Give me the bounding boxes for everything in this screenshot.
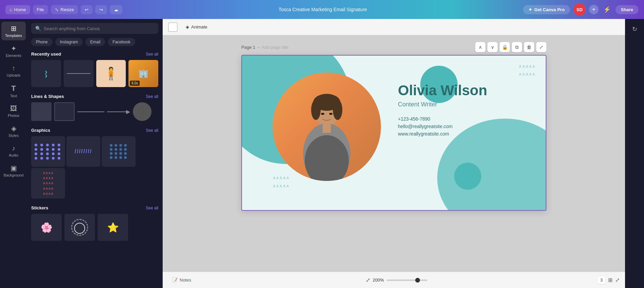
shape-circle[interactable] bbox=[133, 102, 152, 121]
purple-dots-pattern bbox=[32, 141, 64, 162]
styles-icon: ◈ bbox=[11, 124, 16, 132]
design-email[interactable]: hello@reallygreatsite.com bbox=[398, 124, 487, 129]
recently-used-see-all[interactable]: See all bbox=[146, 52, 158, 57]
design-card[interactable]: ↺ ∧∧∧∧∧∧∧∧∧∧ ∧∧∧∧∧∧∧∧∧∧ bbox=[241, 55, 546, 211]
graphic-red-chevrons[interactable]: ∧∧∧∧∧∧∧∧∧∧∧∧∧∧∧∧∧∧∧∧ bbox=[31, 168, 65, 199]
uploads-icon: ↑ bbox=[12, 64, 15, 72]
filter-instagram-label: Instagram bbox=[60, 40, 78, 44]
recent-item-line[interactable] bbox=[64, 60, 94, 87]
sidebar-item-uploads[interactable]: ↑ Uploads bbox=[1, 62, 26, 80]
recent-item-person[interactable]: 🧍 bbox=[96, 60, 126, 87]
logo-graphic: › › bbox=[45, 68, 47, 79]
shapes-grid: ▶ bbox=[31, 102, 158, 121]
zoom-slider[interactable] bbox=[387, 280, 427, 281]
page-expand-button[interactable]: ⤢ bbox=[536, 42, 546, 52]
sidebar-item-styles[interactable]: ◈ Styles bbox=[1, 122, 26, 140]
filter-phone-label: Phone bbox=[36, 40, 48, 44]
stickers-see-all[interactable]: See all bbox=[146, 206, 158, 210]
sticker-flower[interactable]: 🌸 bbox=[31, 214, 62, 241]
line-element bbox=[67, 73, 90, 74]
shape-line[interactable] bbox=[77, 111, 104, 112]
animate-button[interactable]: ◈ Animate bbox=[183, 23, 210, 31]
zoom-thumb[interactable] bbox=[415, 278, 420, 283]
search-bar[interactable]: 🔍 bbox=[31, 23, 158, 34]
page-number-button[interactable]: 3 bbox=[598, 276, 605, 284]
page-delete-button[interactable]: 🗑 bbox=[524, 42, 534, 52]
resize-button[interactable]: ⤡ Resize bbox=[51, 5, 78, 14]
document-title[interactable]: Tosca Creative Marketing Email Signature bbox=[279, 7, 367, 12]
lines-see-all[interactable]: See all bbox=[146, 94, 158, 99]
person-photo bbox=[273, 73, 381, 181]
expand-view-button[interactable]: ⤢ bbox=[366, 277, 370, 283]
graphic-blue-dots[interactable] bbox=[102, 136, 136, 167]
graphic-purple-dots[interactable] bbox=[31, 136, 65, 167]
zoom-level-label[interactable]: 200% bbox=[373, 277, 384, 283]
cloud-save-button[interactable]: ☁ bbox=[110, 5, 122, 14]
filter-tags: Phone Instagram Email Facebook bbox=[31, 38, 158, 46]
right-panel: ↻ bbox=[625, 19, 644, 288]
redo-button[interactable]: ↪ bbox=[95, 5, 107, 14]
filter-tag-instagram[interactable]: Instagram bbox=[55, 38, 83, 46]
plus-icon: + bbox=[592, 6, 596, 13]
line-shape bbox=[77, 111, 104, 112]
person-svg bbox=[293, 93, 361, 181]
sidebar-item-background[interactable]: ▣ Background bbox=[1, 161, 26, 180]
page-down-button[interactable]: ∨ bbox=[487, 42, 498, 52]
animate-bar: ◈ Animate bbox=[163, 19, 625, 35]
outline-rect-shape bbox=[54, 102, 75, 121]
file-button[interactable]: File bbox=[33, 5, 48, 14]
grid-view-icon[interactable]: ⊞ bbox=[608, 277, 612, 283]
user-avatar[interactable]: SD bbox=[573, 3, 586, 16]
animate-icon: ◈ bbox=[186, 24, 189, 29]
page-lock-button[interactable]: 🔒 bbox=[500, 42, 510, 52]
page-copy-button[interactable]: ⧉ bbox=[512, 42, 522, 52]
sidebar-label-audio: Audio bbox=[9, 153, 18, 157]
share-button[interactable]: Share bbox=[616, 5, 639, 14]
notes-button[interactable]: 📝 Notes bbox=[168, 276, 195, 284]
recent-item-logo[interactable]: › › bbox=[31, 60, 61, 87]
design-phone[interactable]: +123-456-7890 bbox=[398, 116, 487, 122]
add-collaborator-button[interactable]: + bbox=[589, 5, 599, 14]
activity-icon[interactable]: ⚡ bbox=[602, 4, 612, 15]
recent-item-video[interactable]: 🏢 6.0s bbox=[128, 60, 158, 87]
search-input[interactable] bbox=[44, 26, 154, 31]
star-sticker-icon: ⭐ bbox=[107, 222, 119, 233]
filter-tag-phone[interactable]: Phone bbox=[31, 38, 53, 46]
circle-shape bbox=[133, 102, 152, 121]
arrow-shape: ▶ bbox=[107, 108, 130, 115]
canvas-scroll[interactable]: Page 1 - Add page title ∧ ∨ 🔒 ⧉ 🗑 ⤢ bbox=[163, 35, 625, 272]
graphic-diagonal-lines[interactable]: //////// bbox=[66, 136, 100, 167]
color-swatch[interactable] bbox=[168, 22, 178, 32]
home-button[interactable]: ⌂ Home bbox=[5, 5, 30, 14]
sidebar-item-elements[interactable]: ✦ Elements bbox=[1, 42, 26, 60]
arrow-head-icon: ▶ bbox=[126, 108, 130, 115]
topbar-right: ✦ Get Canva Pro SD + ⚡ Share bbox=[523, 3, 639, 16]
sticker-star[interactable]: ⭐ bbox=[98, 214, 128, 241]
shape-arrow[interactable]: ▶ bbox=[107, 108, 130, 115]
sidebar-item-audio[interactable]: ♪ Audio bbox=[1, 142, 26, 160]
filter-tag-facebook[interactable]: Facebook bbox=[108, 38, 135, 46]
sticker-circle[interactable]: ◯ bbox=[64, 214, 95, 241]
sidebar-item-photos[interactable]: 🖼 Photos bbox=[1, 102, 26, 120]
undo-button[interactable]: ↩ bbox=[81, 5, 93, 14]
circle-sticker-icon: ◯ bbox=[71, 219, 88, 236]
sidebar-item-text[interactable]: T Text bbox=[1, 81, 26, 101]
graphics-title: Graphics bbox=[31, 128, 50, 133]
shape-filled-rect[interactable] bbox=[31, 102, 52, 121]
sidebar-item-templates[interactable]: ⊞ Templates bbox=[1, 22, 26, 40]
sidebar-label-styles: Styles bbox=[8, 133, 19, 138]
graphics-see-all[interactable]: See all bbox=[146, 128, 158, 133]
add-page-title-input[interactable]: Add page title bbox=[262, 45, 289, 50]
design-job-title[interactable]: Content Writer bbox=[398, 101, 487, 108]
fullscreen-icon[interactable]: ⤢ bbox=[615, 277, 620, 283]
get-canva-pro-button[interactable]: ✦ Get Canva Pro bbox=[523, 5, 570, 14]
canvas-area: ◈ Animate Page 1 - Add page title ∧ ∨ � bbox=[163, 19, 625, 288]
resize-icon: ⤡ bbox=[55, 7, 59, 12]
page-up-button[interactable]: ∧ bbox=[475, 42, 485, 52]
shape-outline-rect[interactable] bbox=[54, 102, 75, 121]
magic-resize-icon[interactable]: ↻ bbox=[627, 22, 642, 37]
design-website[interactable]: www.reallygreatsite.com bbox=[398, 131, 487, 137]
left-panel: 🔍 Phone Instagram Email Facebook Recentl… bbox=[27, 19, 163, 288]
filter-tag-email[interactable]: Email bbox=[85, 38, 105, 46]
design-name[interactable]: Olivia Wilson bbox=[398, 83, 487, 98]
